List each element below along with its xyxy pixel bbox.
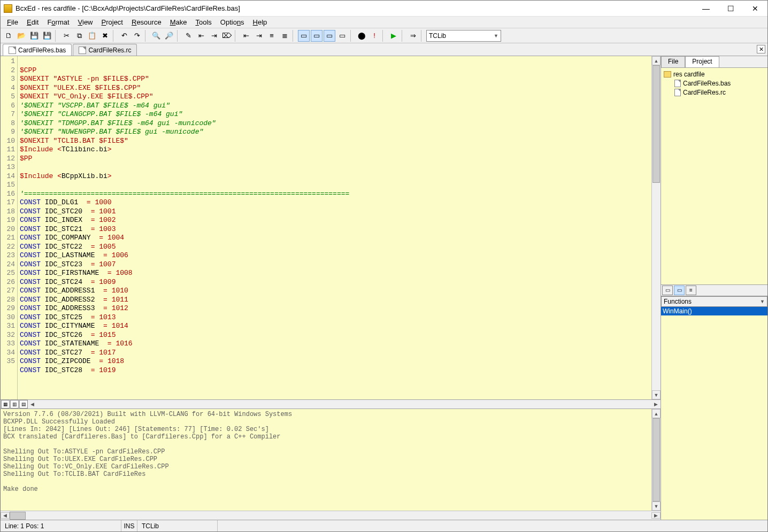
view-functions-button[interactable]: ▭	[324, 30, 335, 42]
delete-button[interactable]: ✖	[99, 30, 111, 42]
scroll-thumb[interactable]	[652, 418, 660, 502]
view-output-button[interactable]: ▭	[298, 30, 310, 42]
tree-file-label: CardFileRes.bas	[683, 80, 731, 87]
status-position: Line: 1 Pos: 1	[1, 520, 121, 531]
open-file-button[interactable]: 📂	[16, 30, 27, 42]
breakpoint-button[interactable]: ⬤	[356, 30, 367, 42]
stop-button[interactable]: !	[368, 30, 380, 42]
chevron-down-icon: ▼	[760, 299, 765, 304]
side-view-2-button[interactable]: ▭	[674, 286, 685, 295]
menu-project[interactable]: Project	[97, 17, 127, 27]
split-view-button-2[interactable]: ▥	[10, 400, 19, 408]
compiler-combo[interactable]: TCLib ▼	[426, 30, 501, 42]
save-button[interactable]: 💾	[28, 30, 40, 42]
comment-button[interactable]: ≡	[266, 30, 278, 42]
tab-cardfileres-rc[interactable]: CardFileRes.rc	[73, 44, 137, 56]
scroll-thumb[interactable]	[652, 65, 660, 183]
outdent-button[interactable]: ⇤	[240, 30, 252, 42]
function-item-winmain[interactable]: WinMain()	[661, 307, 767, 315]
uncomment-button[interactable]: ≣	[279, 30, 290, 42]
chevron-down-icon: ▼	[494, 33, 498, 38]
output-vertical-scrollbar[interactable]: ▲ ▼	[651, 409, 661, 511]
editor-vertical-scrollbar[interactable]: ▲ ▼	[651, 56, 661, 399]
file-icon	[9, 47, 16, 54]
status-bar: Line: 1 Pos: 1 INS TCLib	[1, 520, 767, 531]
file-icon	[674, 80, 681, 87]
split-view-button-1[interactable]: ▦	[1, 400, 10, 408]
code-editor[interactable]: $CPP $ONEXIT "ASTYLE -pn $FILE$.CPP" $ON…	[18, 56, 651, 399]
window-title: BcxEd - res cardfile - [C:\BcxAdp\Projec…	[16, 4, 694, 12]
menu-resource[interactable]: Resource	[127, 17, 166, 27]
tree-root-label: res cardfile	[673, 71, 705, 78]
copy-button[interactable]: ⧉	[73, 30, 85, 42]
bookmark-toggle-button[interactable]: ✎	[182, 30, 194, 42]
cut-button[interactable]: ✂	[60, 30, 72, 42]
status-compiler: TCLib	[137, 520, 218, 531]
menu-tools[interactable]: Tools	[191, 17, 216, 27]
tree-file-bas[interactable]: CardFileRes.bas	[663, 79, 766, 88]
scroll-up-icon[interactable]: ▲	[652, 56, 661, 65]
output-horizontal-scrollbar[interactable]: ◀ ▶	[1, 511, 661, 520]
tab-cardfileres-bas[interactable]: CardFileRes.bas	[3, 44, 72, 56]
functions-combo-label: Functions	[664, 298, 692, 305]
hscroll-right-icon[interactable]: ▶	[651, 402, 661, 407]
replace-button[interactable]: 🔎	[163, 30, 175, 42]
functions-list[interactable]: WinMain()	[661, 307, 767, 520]
title-bar: BcxEd - res cardfile - [C:\BcxAdp\Projec…	[1, 1, 767, 17]
scroll-thumb[interactable]	[10, 512, 26, 520]
tree-file-rc[interactable]: CardFileRes.rc	[663, 88, 766, 97]
file-icon	[674, 89, 681, 96]
document-tabs: CardFileRes.bas CardFileRes.rc ✕	[1, 43, 767, 56]
new-file-button[interactable]: 🗋	[3, 30, 14, 42]
menu-file[interactable]: File	[3, 17, 22, 27]
menu-edit[interactable]: Edit	[22, 17, 43, 27]
paste-button[interactable]: 📋	[86, 30, 98, 42]
compile-button[interactable]: ⇒	[407, 30, 419, 42]
side-tabs: File Project	[661, 56, 767, 68]
functions-combo[interactable]: Functions ▼	[661, 296, 767, 307]
close-button[interactable]: ✕	[743, 1, 767, 17]
view-resource-button[interactable]: ▭	[336, 30, 348, 42]
scroll-down-icon[interactable]: ▼	[652, 390, 661, 399]
tab-close-button[interactable]: ✕	[757, 45, 765, 53]
find-button[interactable]: 🔍	[150, 30, 162, 42]
toolbar: 🗋 📂 💾 💾 ✂ ⧉ 📋 ✖ ↶ ↷ 🔍 🔎 ✎ ⇤ ⇥ ⌦ ⇤ ⇥ ≡ ≣ …	[1, 28, 767, 43]
editor-hscroll-bar: ▦ ▥ ▤ ◀ ▶	[1, 399, 661, 409]
bookmark-next-button[interactable]: ⇥	[208, 30, 220, 42]
side-tab-file[interactable]: File	[661, 56, 685, 67]
hscroll-right-icon[interactable]: ▶	[651, 512, 661, 519]
menu-help[interactable]: Help	[249, 17, 272, 27]
save-all-button[interactable]: 💾	[41, 30, 53, 42]
line-gutter: 1234567891011121314151617181920212223242…	[1, 56, 18, 399]
menu-format[interactable]: Format	[43, 17, 73, 27]
redo-button[interactable]: ↷	[131, 30, 143, 42]
project-tree[interactable]: res cardfile CardFileRes.bas CardFileRes…	[661, 68, 767, 284]
maximize-button[interactable]: ☐	[718, 1, 743, 17]
run-button[interactable]: ▶	[388, 30, 400, 42]
status-spacer	[218, 520, 767, 531]
menu-bar: File Edit Format View Project Resource M…	[1, 17, 767, 28]
app-icon	[4, 4, 12, 13]
menu-view[interactable]: View	[74, 17, 97, 27]
menu-options[interactable]: Options	[216, 17, 249, 27]
indent-button[interactable]: ⇥	[253, 30, 265, 42]
view-project-button[interactable]: ▭	[311, 30, 322, 42]
split-view-button-3[interactable]: ▤	[19, 400, 28, 408]
tree-root[interactable]: res cardfile	[663, 70, 766, 79]
output-panel[interactable]: Version 7.7.6 (08/30/2021) Built with LL…	[1, 409, 651, 511]
folder-icon	[664, 71, 671, 78]
minimize-button[interactable]: —	[694, 1, 718, 17]
bookmark-prev-button[interactable]: ⇤	[195, 30, 207, 42]
side-view-1-button[interactable]: ▭	[662, 286, 673, 295]
side-tab-project[interactable]: Project	[685, 56, 719, 67]
scroll-up-icon[interactable]: ▲	[652, 409, 661, 418]
side-view-3-button[interactable]: ≡	[686, 286, 696, 295]
scroll-down-icon[interactable]: ▼	[652, 502, 661, 511]
hscroll-left-icon[interactable]: ◀	[1, 512, 10, 519]
menu-make[interactable]: Make	[166, 17, 191, 27]
bookmark-clear-button[interactable]: ⌦	[221, 30, 233, 42]
hscroll-left-icon[interactable]: ◀	[28, 402, 37, 407]
tab-label: CardFileRes.bas	[18, 47, 66, 54]
undo-button[interactable]: ↶	[118, 30, 130, 42]
tree-file-label: CardFileRes.rc	[683, 89, 726, 96]
